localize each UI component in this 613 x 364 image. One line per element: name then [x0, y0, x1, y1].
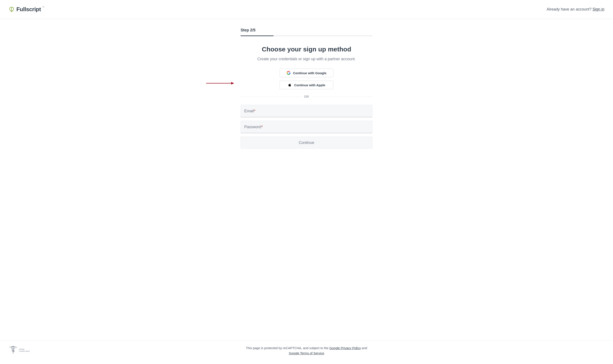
svg-marker-1 — [231, 82, 234, 85]
continue-with-google-button[interactable]: Continue with Google — [279, 69, 334, 77]
site-header: Fullscript ™ Already have an account? Si… — [0, 0, 613, 19]
page-subheading: Create your credentials or sign up with … — [241, 57, 372, 61]
account-prompt-text: Already have an account? — [547, 7, 593, 11]
recaptcha-prefix: This page is protected by reCAPTCHA, and… — [246, 346, 330, 350]
or-divider: OR — [241, 95, 372, 98]
trademark-symbol: ™ — [42, 6, 44, 8]
recaptcha-mid: and — [361, 346, 367, 350]
page-heading: Choose your sign up method — [241, 46, 372, 53]
password-field[interactable]: Password* — [241, 121, 372, 133]
continue-with-apple-button[interactable]: Continue with Apple — [279, 81, 334, 89]
recaptcha-notice: This page is protected by reCAPTCHA, and… — [246, 346, 367, 356]
brand-name: Fullscript — [16, 6, 41, 13]
apple-icon — [288, 83, 292, 87]
hipaa-compliant-badge: HIPAA COMPLIANT — [9, 346, 30, 355]
signin-link[interactable]: Sign in — [593, 7, 604, 11]
google-icon — [287, 71, 291, 75]
signup-form-container: Step 2/5 Choose your sign up method Crea… — [241, 28, 372, 340]
divider-line-left — [241, 97, 301, 97]
annotation-arrow — [206, 82, 234, 86]
header-account-prompt: Already have an account? Sign in — [547, 7, 604, 12]
divider-line-right — [312, 97, 372, 97]
google-tos-link[interactable]: Google Terms of Service — [289, 351, 324, 355]
brand-logo[interactable]: Fullscript ™ — [9, 6, 44, 13]
continue-button[interactable]: Continue — [241, 137, 372, 149]
sso-button-group: Continue with Google Continue with Apple — [241, 69, 372, 89]
apple-button-label: Continue with Apple — [294, 83, 325, 87]
svg-point-2 — [13, 346, 14, 347]
progress-bar — [241, 36, 372, 36]
hipaa-text: HIPAA COMPLIANT — [19, 349, 30, 352]
step-indicator: Step 2/5 — [241, 28, 372, 32]
site-footer: HIPAA COMPLIANT This page is protected b… — [0, 340, 613, 364]
email-field[interactable]: Email* — [241, 105, 372, 117]
google-button-label: Continue with Google — [293, 71, 327, 75]
progress-fill — [241, 36, 274, 36]
divider-text: OR — [304, 95, 309, 98]
fullscript-leaf-icon — [9, 6, 15, 13]
main-content: Step 2/5 Choose your sign up method Crea… — [0, 19, 613, 340]
caduceus-icon — [9, 346, 18, 355]
google-privacy-policy-link[interactable]: Google Privacy Policy — [329, 346, 361, 350]
